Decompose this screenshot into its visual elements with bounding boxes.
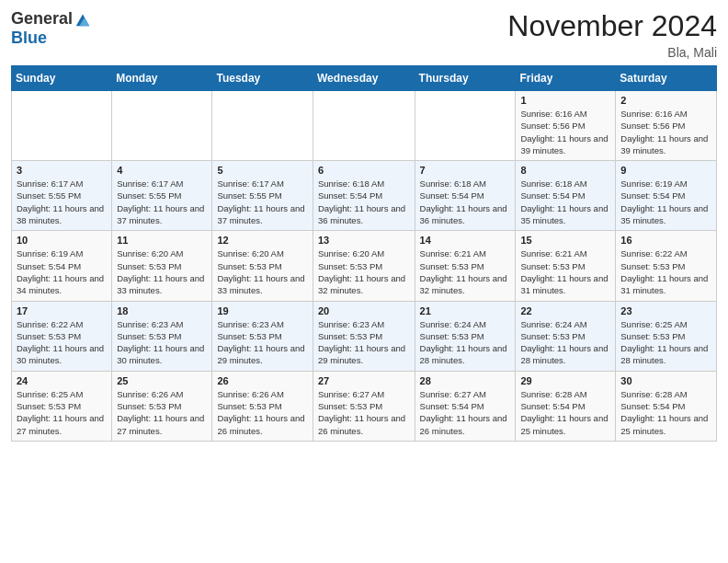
day-info: Sunrise: 6:21 AM Sunset: 5:53 PM Dayligh…	[420, 247, 511, 296]
day-number: 23	[620, 305, 711, 316]
calendar-cell: 3Sunrise: 6:17 AM Sunset: 5:55 PM Daylig…	[12, 161, 112, 231]
day-number: 10	[17, 235, 107, 246]
calendar-cell: 15Sunrise: 6:21 AM Sunset: 5:53 PM Dayli…	[516, 231, 616, 301]
day-info: Sunrise: 6:23 AM Sunset: 5:53 PM Dayligh…	[117, 318, 207, 367]
day-number: 14	[420, 235, 511, 246]
day-info: Sunrise: 6:24 AM Sunset: 5:53 PM Dayligh…	[420, 318, 511, 367]
calendar-cell: 14Sunrise: 6:21 AM Sunset: 5:53 PM Dayli…	[415, 231, 516, 301]
day-info: Sunrise: 6:17 AM Sunset: 5:55 PM Dayligh…	[117, 178, 207, 226]
logo-blue: Blue	[11, 29, 47, 48]
calendar-cell	[313, 91, 415, 161]
calendar-cell: 23Sunrise: 6:25 AM Sunset: 5:53 PM Dayli…	[616, 301, 717, 371]
day-number: 7	[420, 165, 511, 176]
calendar-cell: 9Sunrise: 6:19 AM Sunset: 5:54 PM Daylig…	[616, 161, 717, 231]
day-info: Sunrise: 6:27 AM Sunset: 5:53 PM Dayligh…	[318, 388, 410, 437]
logo-general: General	[11, 9, 73, 29]
day-number: 30	[620, 375, 711, 386]
day-number: 6	[318, 165, 410, 176]
calendar-week-row: 1Sunrise: 6:16 AM Sunset: 5:56 PM Daylig…	[12, 91, 717, 161]
day-info: Sunrise: 6:22 AM Sunset: 5:53 PM Dayligh…	[17, 318, 107, 367]
day-number: 29	[520, 375, 610, 386]
day-of-week-header: Sunday	[12, 66, 112, 91]
day-number: 24	[17, 375, 107, 386]
day-number: 15	[520, 235, 610, 246]
day-number: 22	[520, 305, 610, 316]
calendar-week-row: 17Sunrise: 6:22 AM Sunset: 5:53 PM Dayli…	[12, 301, 717, 371]
calendar-cell: 16Sunrise: 6:22 AM Sunset: 5:53 PM Dayli…	[616, 231, 717, 301]
calendar-cell: 17Sunrise: 6:22 AM Sunset: 5:53 PM Dayli…	[12, 301, 112, 371]
day-info: Sunrise: 6:21 AM Sunset: 5:53 PM Dayligh…	[520, 247, 610, 296]
day-number: 4	[117, 165, 207, 176]
day-number: 26	[217, 375, 307, 386]
logo: General Blue	[11, 9, 91, 48]
calendar-cell: 29Sunrise: 6:28 AM Sunset: 5:54 PM Dayli…	[516, 371, 616, 441]
calendar-cell: 4Sunrise: 6:17 AM Sunset: 5:55 PM Daylig…	[112, 161, 212, 231]
day-of-week-header: Saturday	[616, 66, 717, 91]
day-info: Sunrise: 6:17 AM Sunset: 5:55 PM Dayligh…	[217, 178, 307, 226]
day-info: Sunrise: 6:19 AM Sunset: 5:54 PM Dayligh…	[620, 178, 711, 226]
logo-text: General	[11, 9, 91, 29]
day-number: 16	[620, 235, 711, 246]
calendar-cell: 21Sunrise: 6:24 AM Sunset: 5:53 PM Dayli…	[415, 301, 516, 371]
title-block: November 2024 Bla, Mali	[507, 9, 717, 60]
day-info: Sunrise: 6:28 AM Sunset: 5:54 PM Dayligh…	[620, 388, 711, 437]
day-info: Sunrise: 6:24 AM Sunset: 5:53 PM Dayligh…	[520, 318, 610, 367]
day-info: Sunrise: 6:22 AM Sunset: 5:53 PM Dayligh…	[620, 247, 711, 296]
logo-blue-line: Blue	[11, 29, 47, 48]
day-number: 3	[17, 165, 107, 176]
calendar-cell: 28Sunrise: 6:27 AM Sunset: 5:54 PM Dayli…	[415, 371, 516, 441]
day-number: 13	[318, 235, 410, 246]
day-info: Sunrise: 6:20 AM Sunset: 5:53 PM Dayligh…	[117, 247, 207, 296]
logo-icon	[74, 11, 91, 28]
day-number: 28	[420, 375, 511, 386]
day-number: 1	[520, 95, 610, 106]
day-number: 11	[117, 235, 207, 246]
header: General Blue November 2024 Bla, Mali	[11, 9, 717, 60]
day-number: 17	[17, 305, 107, 316]
location: Bla, Mali	[507, 45, 717, 60]
day-number: 8	[520, 165, 610, 176]
day-info: Sunrise: 6:16 AM Sunset: 5:56 PM Dayligh…	[620, 108, 711, 156]
day-info: Sunrise: 6:25 AM Sunset: 5:53 PM Dayligh…	[620, 318, 711, 367]
day-info: Sunrise: 6:23 AM Sunset: 5:53 PM Dayligh…	[318, 318, 410, 367]
calendar-cell: 25Sunrise: 6:26 AM Sunset: 5:53 PM Dayli…	[112, 371, 212, 441]
calendar-cell: 1Sunrise: 6:16 AM Sunset: 5:56 PM Daylig…	[516, 91, 616, 161]
calendar-cell: 30Sunrise: 6:28 AM Sunset: 5:54 PM Dayli…	[616, 371, 717, 441]
day-info: Sunrise: 6:16 AM Sunset: 5:56 PM Dayligh…	[520, 108, 610, 156]
calendar-cell: 26Sunrise: 6:26 AM Sunset: 5:53 PM Dayli…	[212, 371, 313, 441]
calendar-cell: 18Sunrise: 6:23 AM Sunset: 5:53 PM Dayli…	[112, 301, 212, 371]
day-number: 18	[117, 305, 207, 316]
calendar-header-row: SundayMondayTuesdayWednesdayThursdayFrid…	[12, 66, 717, 91]
calendar-cell: 11Sunrise: 6:20 AM Sunset: 5:53 PM Dayli…	[112, 231, 212, 301]
day-info: Sunrise: 6:18 AM Sunset: 5:54 PM Dayligh…	[318, 178, 410, 226]
calendar-cell: 13Sunrise: 6:20 AM Sunset: 5:53 PM Dayli…	[313, 231, 415, 301]
calendar-cell	[12, 91, 112, 161]
calendar-cell: 19Sunrise: 6:23 AM Sunset: 5:53 PM Dayli…	[212, 301, 313, 371]
day-of-week-header: Tuesday	[212, 66, 313, 91]
calendar-cell: 20Sunrise: 6:23 AM Sunset: 5:53 PM Dayli…	[313, 301, 415, 371]
day-number: 9	[620, 165, 711, 176]
calendar-week-row: 3Sunrise: 6:17 AM Sunset: 5:55 PM Daylig…	[12, 161, 717, 231]
day-info: Sunrise: 6:25 AM Sunset: 5:53 PM Dayligh…	[17, 388, 107, 437]
calendar-cell: 24Sunrise: 6:25 AM Sunset: 5:53 PM Dayli…	[12, 371, 112, 441]
day-info: Sunrise: 6:18 AM Sunset: 5:54 PM Dayligh…	[520, 178, 610, 226]
calendar-cell	[112, 91, 212, 161]
calendar-cell: 12Sunrise: 6:20 AM Sunset: 5:53 PM Dayli…	[212, 231, 313, 301]
day-number: 2	[620, 95, 711, 106]
day-of-week-header: Monday	[112, 66, 212, 91]
calendar-cell: 22Sunrise: 6:24 AM Sunset: 5:53 PM Dayli…	[516, 301, 616, 371]
page: General Blue November 2024 Bla, Mali Sun…	[0, 0, 728, 451]
calendar-cell: 2Sunrise: 6:16 AM Sunset: 5:56 PM Daylig…	[616, 91, 717, 161]
month-title: November 2024	[507, 9, 717, 43]
calendar-cell: 10Sunrise: 6:19 AM Sunset: 5:54 PM Dayli…	[12, 231, 112, 301]
day-number: 12	[217, 235, 307, 246]
day-info: Sunrise: 6:19 AM Sunset: 5:54 PM Dayligh…	[17, 247, 107, 296]
calendar-week-row: 10Sunrise: 6:19 AM Sunset: 5:54 PM Dayli…	[12, 231, 717, 301]
calendar-cell	[415, 91, 516, 161]
day-info: Sunrise: 6:20 AM Sunset: 5:53 PM Dayligh…	[217, 247, 307, 296]
day-number: 19	[217, 305, 307, 316]
day-info: Sunrise: 6:27 AM Sunset: 5:54 PM Dayligh…	[420, 388, 511, 437]
day-number: 20	[318, 305, 410, 316]
day-number: 5	[217, 165, 307, 176]
calendar-cell: 8Sunrise: 6:18 AM Sunset: 5:54 PM Daylig…	[516, 161, 616, 231]
